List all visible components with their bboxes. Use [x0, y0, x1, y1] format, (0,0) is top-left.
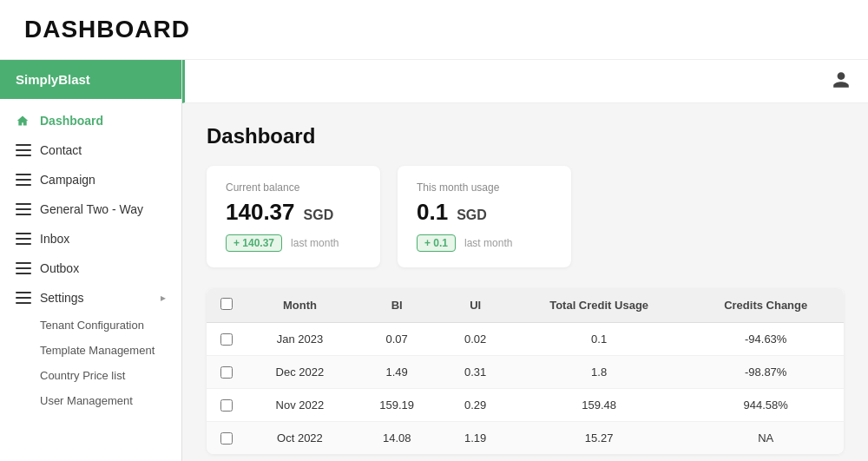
sidebar-sub-item-template[interactable]: Template Management: [0, 338, 181, 363]
grid-icon-outbox: [16, 262, 31, 274]
usage-currency: SGD: [457, 207, 487, 223]
usage-badge: + 0.1: [417, 234, 456, 252]
cell-month: Nov 2022: [247, 389, 353, 422]
col-checkbox: [207, 288, 247, 323]
grid-icon-contact: [16, 144, 31, 156]
app-layout: SimplyBlast Dashboard Contact: [0, 60, 868, 461]
usage-label: This month usage: [417, 181, 552, 194]
col-credits-change: Credits Change: [687, 288, 844, 323]
row-checkbox-cell: [207, 422, 247, 455]
usage-value-row: 0.1 SGD: [417, 199, 552, 226]
content-title: Dashboard: [207, 124, 844, 148]
select-all-checkbox[interactable]: [220, 298, 233, 310]
table-header-row: Month BI UI Total Credit Usage Credits C…: [207, 288, 844, 323]
row-checkbox-cell: [207, 389, 247, 422]
sidebar-item-contact[interactable]: Contact: [0, 135, 181, 165]
col-bi: BI: [353, 288, 441, 323]
balance-value-row: 140.37 SGD: [226, 199, 361, 226]
page-header: DASHBOARD: [0, 0, 868, 60]
balance-badge: + 140.37: [226, 234, 282, 252]
cell-ui: 1.19: [441, 422, 510, 455]
sidebar-item-inbox[interactable]: Inbox: [0, 224, 181, 254]
cell-change: -94.63%: [687, 323, 844, 356]
table-body: Jan 2023 0.07 0.02 0.1 -94.63% Dec 2022 …: [207, 323, 844, 455]
col-total-credit: Total Credit Usage: [510, 288, 688, 323]
page-title: DASHBOARD: [24, 16, 844, 43]
grid-icon-general: [16, 203, 31, 215]
usage-card: This month usage 0.1 SGD + 0.1 last mont…: [398, 166, 571, 267]
cell-total: 1.8: [510, 356, 688, 389]
usage-amount: 0.1: [417, 199, 448, 226]
sidebar-brand[interactable]: SimplyBlast: [0, 60, 181, 99]
cell-bi: 1.49: [353, 356, 441, 389]
sidebar-item-general-label: General Two - Way: [40, 202, 143, 216]
sidebar-sub-item-tenant[interactable]: Tenant Configuration: [0, 313, 181, 338]
sidebar-nav: Dashboard Contact Campaign: [0, 99, 181, 461]
sidebar-item-inbox-label: Inbox: [40, 232, 69, 246]
row-checkbox-cell: [207, 323, 247, 356]
row-checkbox[interactable]: [220, 432, 233, 445]
chevron-down-icon: ▸: [161, 292, 166, 304]
cell-month: Dec 2022: [247, 356, 353, 389]
usage-footer: + 0.1 last month: [417, 234, 552, 252]
grid-icon-settings: [16, 292, 31, 304]
cell-change: 944.58%: [687, 389, 844, 422]
sidebar-item-outbox[interactable]: Outbox: [0, 254, 181, 283]
sidebar-item-general-two-way[interactable]: General Two - Way: [0, 194, 181, 224]
col-month: Month: [247, 288, 353, 323]
data-table-container: Month BI UI Total Credit Usage Credits C…: [207, 288, 844, 454]
sidebar-item-settings-label: Settings: [40, 291, 84, 305]
topbar: [182, 60, 868, 103]
home-icon: [16, 115, 31, 127]
balance-sub: last month: [291, 237, 339, 249]
row-checkbox[interactable]: [220, 333, 233, 346]
cell-total: 0.1: [510, 323, 688, 356]
balance-label: Current balance: [226, 181, 361, 194]
sidebar: SimplyBlast Dashboard Contact: [0, 60, 182, 461]
user-avatar-icon[interactable]: [832, 70, 851, 92]
balance-currency: SGD: [304, 207, 334, 223]
sidebar-item-settings[interactable]: Settings ▸: [0, 283, 181, 313]
cell-change: -98.87%: [687, 356, 844, 389]
balance-card: Current balance 140.37 SGD + 140.37 last…: [207, 166, 380, 267]
main-wrapper: Dashboard Current balance 140.37 SGD + 1…: [182, 60, 868, 461]
row-checkbox-cell: [207, 356, 247, 389]
usage-sub: last month: [464, 237, 512, 249]
sidebar-item-outbox-label: Outbox: [40, 261, 79, 275]
sidebar-item-dashboard-label: Dashboard: [40, 114, 103, 128]
table-row: Nov 2022 159.19 0.29 159.48 944.58%: [207, 389, 844, 422]
cell-bi: 0.07: [353, 323, 441, 356]
cell-month: Oct 2022: [247, 422, 353, 455]
sidebar-item-campaign-label: Campaign: [40, 173, 95, 187]
cell-bi: 159.19: [353, 389, 441, 422]
col-ui: UI: [441, 288, 510, 323]
balance-footer: + 140.37 last month: [226, 234, 361, 252]
cell-ui: 0.31: [441, 356, 510, 389]
table-row: Jan 2023 0.07 0.02 0.1 -94.63%: [207, 323, 844, 356]
grid-icon-inbox: [16, 233, 31, 245]
data-table: Month BI UI Total Credit Usage Credits C…: [207, 288, 844, 454]
cell-change: NA: [687, 422, 844, 455]
sidebar-sub-item-country[interactable]: Country Price list: [0, 363, 181, 388]
cell-month: Jan 2023: [247, 323, 353, 356]
cell-ui: 0.29: [441, 389, 510, 422]
table-row: Oct 2022 14.08 1.19 15.27 NA: [207, 422, 844, 455]
table-row: Dec 2022 1.49 0.31 1.8 -98.87%: [207, 356, 844, 389]
grid-icon-campaign: [16, 174, 31, 186]
sidebar-item-dashboard[interactable]: Dashboard: [0, 106, 181, 135]
sidebar-item-contact-label: Contact: [40, 143, 82, 157]
cell-total: 15.27: [510, 422, 688, 455]
sidebar-sub-item-user[interactable]: User Management: [0, 388, 181, 413]
row-checkbox[interactable]: [220, 366, 233, 379]
main-content: Dashboard Current balance 140.37 SGD + 1…: [182, 103, 868, 461]
sidebar-item-campaign[interactable]: Campaign: [0, 165, 181, 194]
row-checkbox[interactable]: [220, 399, 233, 412]
cell-bi: 14.08: [353, 422, 441, 455]
cards-row: Current balance 140.37 SGD + 140.37 last…: [207, 166, 844, 267]
balance-amount: 140.37: [226, 199, 295, 226]
cell-total: 159.48: [510, 389, 688, 422]
cell-ui: 0.02: [441, 323, 510, 356]
